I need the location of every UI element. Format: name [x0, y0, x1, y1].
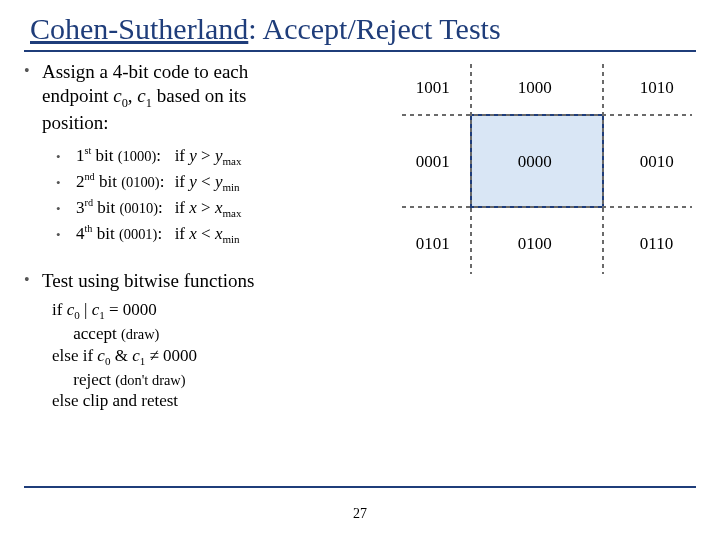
grid-hline: [402, 114, 692, 116]
grid-vline: [602, 64, 604, 274]
page-number: 27: [0, 506, 720, 522]
bullet-assign-l2c: based on its: [152, 85, 246, 106]
outcode-label: 0001: [416, 152, 450, 172]
outcode-label: 0101: [416, 234, 450, 254]
outcode-label: 0010: [640, 152, 674, 172]
title-suffix: : Accept/Reject Tests: [248, 12, 500, 45]
bullet-assign-l1: Assign a 4-bit code to each: [42, 61, 248, 82]
sub-bullet: • 2nd bit (0100): if y < ymin: [56, 171, 245, 195]
sub-bullet: • 4th bit (0001): if x < xmin: [56, 223, 245, 247]
slide-title: Cohen-Sutherland: Accept/Reject Tests: [30, 12, 696, 46]
sub-bullet: • 3rd bit (0010): if x > xmax: [56, 197, 245, 221]
pseudocode: if c0 | c1 = 0000 accept (draw) else if …: [52, 299, 392, 411]
left-column: • Assign a 4-bit code to each endpoint c…: [24, 60, 392, 411]
bullet-assign: • Assign a 4-bit code to each endpoint c…: [24, 60, 392, 135]
grid-hline: [402, 206, 692, 208]
grid-vline: [470, 64, 472, 274]
bullet-assign-l2a: endpoint: [42, 85, 113, 106]
footer-rule: [24, 486, 696, 488]
sub-bullet: • 1st bit (1000): if y > ymax: [56, 145, 245, 169]
bullet-test: • Test using bitwise functions: [24, 269, 392, 293]
title-prefix: Cohen-Sutherland: [30, 12, 248, 45]
outcode-label: 1001: [416, 78, 450, 98]
bullet-icon: •: [24, 269, 42, 291]
outcode-label: 0000: [518, 152, 552, 172]
outcode-diagram: 1001 1000 1010 0001 0000 0010 0101 0100 …: [392, 64, 696, 314]
outcode-label: 0100: [518, 234, 552, 254]
sub-bullets: • 1st bit (1000): if y > ymax • 2nd bit …: [54, 143, 392, 250]
bullet-icon: •: [24, 60, 42, 82]
bullet-test-text: Test using bitwise functions: [42, 269, 254, 293]
outcode-label: 1000: [518, 78, 552, 98]
outcode-label: 1010: [640, 78, 674, 98]
title-rule: [24, 50, 696, 52]
outcode-label: 0110: [640, 234, 673, 254]
bullet-assign-l3: position:: [42, 112, 109, 133]
